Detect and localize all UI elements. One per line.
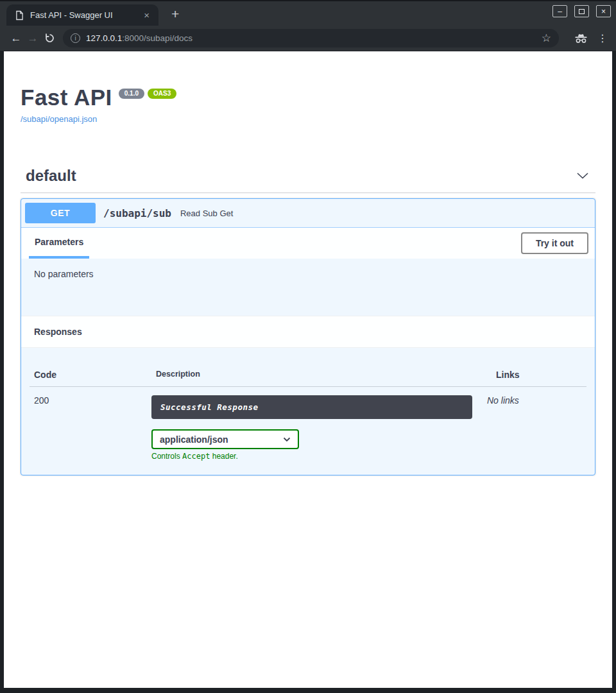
tab-parameters: Parameters xyxy=(29,228,89,259)
media-type-value: application/json xyxy=(160,434,228,445)
response-code: 200 xyxy=(34,395,151,461)
accept-note-prefix: Controls xyxy=(151,452,182,461)
column-header-code: Code xyxy=(30,370,151,380)
back-button[interactable]: ← xyxy=(8,32,24,45)
site-info-icon[interactable]: i xyxy=(71,33,80,43)
chevron-down-icon[interactable] xyxy=(576,172,589,180)
api-info-section: Fast API 0.1.0 OAS3 /subapi/openapi.json xyxy=(21,86,595,124)
tag-name: default xyxy=(26,167,76,185)
window-controls: – × xyxy=(552,5,611,17)
operation-block: GET /subapi/sub Read Sub Get Parameters … xyxy=(21,198,595,475)
reload-icon xyxy=(44,33,55,44)
tab-strip: Fast API - Swagger UI × + – × xyxy=(0,0,616,26)
accept-note-code: Accept xyxy=(182,452,210,461)
openapi-spec-link[interactable]: /subapi/openapi.json xyxy=(21,114,97,124)
maximize-icon xyxy=(579,9,585,14)
accept-note-suffix: header. xyxy=(210,452,237,461)
responses-table: Code Description Links 200 Successful Re… xyxy=(21,348,595,475)
url-bar[interactable]: i 127.0.0.1:8000/subapi/docs ☆ xyxy=(63,29,559,47)
url-path: :8000/subapi/docs xyxy=(122,33,193,43)
maximize-button[interactable] xyxy=(574,5,589,17)
try-it-out-button[interactable]: Try it out xyxy=(521,232,588,254)
forward-button[interactable]: → xyxy=(24,32,41,45)
url-host: 127.0.0.1 xyxy=(86,33,122,43)
tag-section-header[interactable]: default xyxy=(21,160,595,193)
incognito-icon xyxy=(574,33,588,44)
response-description-cell: Successful Response application/json Con… xyxy=(151,395,487,461)
response-links: No links xyxy=(487,395,582,461)
minimize-button[interactable]: – xyxy=(552,5,567,17)
tab-title: Fast API - Swagger UI xyxy=(30,10,135,20)
media-type-select[interactable]: application/json xyxy=(151,429,299,449)
new-tab-button[interactable]: + xyxy=(171,7,179,21)
column-header-links: Links xyxy=(492,370,586,380)
browser-toolbar: ← → i 127.0.0.1:8000/subapi/docs ☆ ⋮ xyxy=(0,26,616,51)
page-content: Fast API 0.1.0 OAS3 /subapi/openapi.json… xyxy=(4,51,612,688)
accept-header-note: Controls Accept header. xyxy=(151,452,487,461)
chevron-down-icon xyxy=(283,437,291,442)
bookmark-star-icon[interactable]: ☆ xyxy=(542,31,551,45)
no-parameters-text: No parameters xyxy=(21,259,595,316)
browser-menu-icon[interactable]: ⋮ xyxy=(597,32,608,44)
close-button[interactable]: × xyxy=(596,5,611,17)
responses-table-header: Code Description Links xyxy=(30,355,586,387)
page-favicon-icon xyxy=(15,10,24,21)
oas-badge: OAS3 xyxy=(148,89,176,99)
operation-summary[interactable]: GET /subapi/sub Read Sub Get xyxy=(21,199,595,228)
url-text: 127.0.0.1:8000/subapi/docs xyxy=(86,33,536,43)
response-row: 200 Successful Response application/json… xyxy=(34,387,582,461)
method-badge: GET xyxy=(25,203,96,223)
response-description: Successful Response xyxy=(151,395,472,419)
parameters-section-header: Parameters Try it out xyxy=(21,228,595,259)
browser-tab[interactable]: Fast API - Swagger UI × xyxy=(6,4,158,26)
operation-summary-text: Read Sub Get xyxy=(180,209,233,218)
api-title: Fast API xyxy=(21,86,112,108)
responses-section-header: Responses xyxy=(21,316,595,348)
browser-window: Fast API - Swagger UI × + – × ← → i 127.… xyxy=(0,0,616,693)
api-badges: 0.1.0 OAS3 xyxy=(119,89,176,99)
column-header-description: Description xyxy=(151,370,492,380)
tab-close-icon[interactable]: × xyxy=(141,10,152,20)
operation-path: /subapi/sub xyxy=(103,207,171,219)
version-badge: 0.1.0 xyxy=(119,89,144,99)
reload-button[interactable] xyxy=(41,33,58,44)
